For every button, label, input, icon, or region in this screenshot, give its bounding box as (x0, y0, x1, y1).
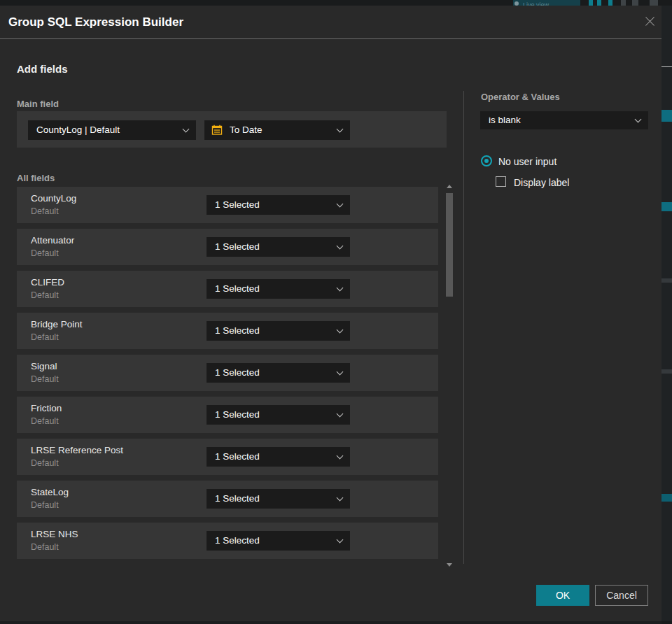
field-selected-dropdown[interactable]: 1 Selected (206, 447, 350, 467)
chevron-down-icon (337, 201, 344, 208)
main-field-date-select[interactable]: To Date (204, 120, 350, 140)
field-selected-value: 1 Selected (215, 489, 260, 509)
toolbar-fragment (650, 0, 658, 6)
field-selected-dropdown[interactable]: 1 Selected (206, 405, 350, 425)
background-fragment (662, 494, 672, 502)
field-selected-value: 1 Selected (215, 321, 260, 341)
chevron-down-icon (337, 369, 344, 376)
field-selected-dropdown[interactable]: 1 Selected (206, 321, 350, 341)
operator-values-heading: Operator & Values (481, 92, 560, 102)
field-sublabel: Default (31, 542, 59, 552)
field-sublabel: Default (31, 416, 59, 426)
no-user-input-label: No user input (498, 156, 556, 167)
checkbox-unchecked-icon[interactable] (496, 176, 506, 187)
field-selected-value: 1 Selected (215, 237, 260, 257)
chevron-down-icon (183, 126, 190, 133)
field-name: CountyLog (31, 193, 76, 204)
field-selected-dropdown[interactable]: 1 Selected (206, 195, 350, 215)
field-selected-dropdown[interactable]: 1 Selected (206, 489, 350, 509)
calendar-icon (211, 125, 223, 136)
background-fragment (662, 110, 672, 122)
group-sql-expression-builder-dialog: Group SQL Expression Builder Add fields … (0, 6, 662, 621)
toolbar-fragment (597, 0, 601, 6)
scroll-down-icon[interactable] (447, 563, 452, 567)
toolbar-fragment (608, 0, 612, 6)
toolbar-fragment (621, 0, 626, 6)
scrollbar-thumb[interactable] (446, 193, 453, 297)
field-name: LRSE Reference Post (31, 445, 123, 455)
field-row: Signal Default 1 Selected (17, 355, 438, 391)
field-selected-dropdown[interactable]: 1 Selected (206, 237, 350, 257)
field-name: Bridge Point (31, 319, 83, 329)
screen: Live view Group SQL Expression Builder A… (0, 0, 672, 624)
display-label-text: Display label (514, 177, 569, 188)
live-view-button[interactable]: Live view (513, 0, 580, 6)
field-selected-value: 1 Selected (215, 531, 260, 551)
field-sublabel: Default (31, 290, 59, 300)
field-sublabel: Default (31, 458, 59, 468)
field-row: LRSE NHS Default 1 Selected (17, 523, 438, 559)
dialog-title: Group SQL Expression Builder (8, 6, 183, 38)
background-bottom-strip (0, 621, 662, 624)
field-name: LRSE NHS (31, 529, 78, 539)
field-row: Friction Default 1 Selected (17, 397, 438, 433)
chevron-down-icon (635, 116, 642, 123)
field-row: Bridge Point Default 1 Selected (17, 313, 438, 349)
dialog-titlebar: Group SQL Expression Builder (0, 6, 662, 38)
add-fields-heading: Add fields (17, 63, 68, 75)
background-right-strip (662, 6, 672, 621)
field-sublabel: Default (31, 500, 59, 510)
scrollbar[interactable] (444, 182, 454, 568)
field-name: StateLog (31, 487, 69, 497)
title-separator (0, 38, 662, 39)
toolbar-fragment (589, 0, 593, 6)
field-sublabel: Default (31, 332, 59, 342)
background-fragment (662, 278, 672, 283)
chevron-down-icon (337, 126, 344, 133)
field-selected-value: 1 Selected (215, 405, 260, 425)
scroll-up-icon[interactable] (447, 185, 452, 188)
toolbar-fragment (632, 0, 638, 6)
chevron-down-icon (337, 243, 344, 250)
field-row: LRSE Reference Post Default 1 Selected (17, 439, 438, 475)
background-fragment (662, 202, 672, 211)
field-selected-dropdown[interactable]: 1 Selected (206, 531, 350, 551)
close-icon[interactable] (643, 15, 657, 29)
ok-button[interactable]: OK (536, 585, 589, 606)
field-row: Attenuator Default 1 Selected (17, 229, 438, 265)
radio-selected-icon[interactable] (481, 155, 492, 166)
field-selected-dropdown[interactable]: 1 Selected (206, 279, 350, 299)
field-selected-value: 1 Selected (215, 195, 260, 215)
background-fragment (662, 369, 672, 374)
field-selected-value: 1 Selected (215, 447, 260, 467)
field-selected-value: 1 Selected (215, 363, 260, 383)
date-select-value: To Date (230, 120, 262, 140)
field-row: CountyLog Default 1 Selected (17, 187, 438, 223)
field-selected-dropdown[interactable]: 1 Selected (206, 363, 350, 383)
operator-select-value: is blank (489, 111, 521, 129)
field-selected-value: 1 Selected (215, 279, 260, 299)
main-field-select[interactable]: CountyLog | Default (28, 120, 196, 140)
main-field-label: Main field (17, 99, 59, 109)
chevron-down-icon (337, 453, 344, 460)
chevron-down-icon (337, 495, 344, 502)
all-fields-list: CountyLog Default 1 Selected Attenuator … (17, 187, 438, 565)
field-sublabel: Default (31, 248, 59, 258)
operator-select[interactable]: is blank (480, 111, 648, 129)
main-field-select-value: CountyLog | Default (36, 120, 120, 140)
background-toolbar-strip: Live view (0, 0, 672, 6)
field-row: CLIFED Default 1 Selected (17, 271, 438, 307)
field-name: Signal (31, 361, 57, 371)
field-row: StateLog Default 1 Selected (17, 481, 438, 517)
chevron-down-icon (337, 285, 344, 292)
all-fields-label: All fields (17, 173, 55, 183)
vertical-divider (463, 91, 464, 564)
field-sublabel: Default (31, 374, 59, 384)
field-name: Friction (31, 403, 62, 413)
cancel-button[interactable]: Cancel (595, 585, 648, 606)
chevron-down-icon (337, 327, 344, 334)
chevron-down-icon (337, 537, 344, 544)
background-divider (662, 66, 672, 67)
field-sublabel: Default (31, 206, 59, 216)
field-name: CLIFED (31, 277, 64, 288)
